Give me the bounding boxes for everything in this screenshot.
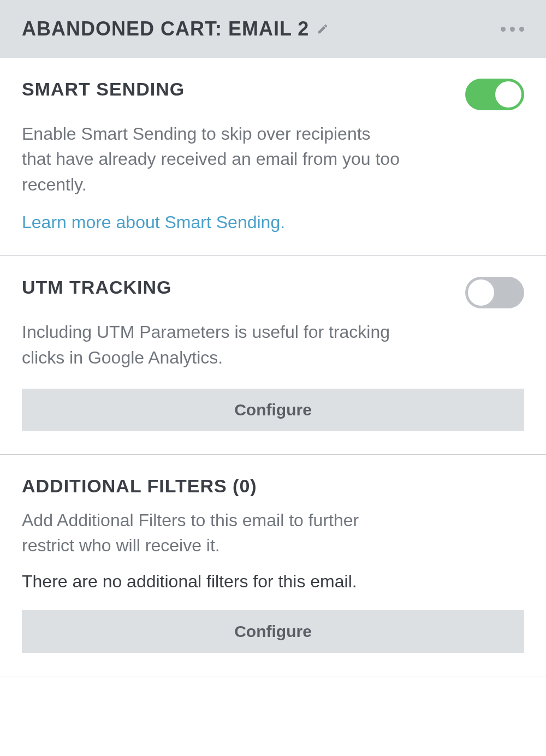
smart-sending-description: Enable Smart Sending to skip over recipi… [22, 121, 404, 197]
utm-tracking-toggle[interactable] [465, 277, 524, 308]
smart-sending-section: SMART SENDING Enable Smart Sending to sk… [0, 58, 546, 256]
additional-filters-section: ADDITIONAL FILTERS (0) Add Additional Fi… [0, 455, 546, 676]
smart-sending-header: SMART SENDING [22, 79, 524, 110]
smart-sending-toggle[interactable] [465, 79, 524, 110]
additional-filters-header: ADDITIONAL FILTERS (0) [22, 475, 524, 497]
more-options-icon[interactable] [501, 27, 524, 32]
additional-filters-title: ADDITIONAL FILTERS (0) [22, 475, 257, 497]
smart-sending-title: SMART SENDING [22, 79, 185, 100]
additional-filters-note: There are no additional filters for this… [22, 572, 524, 592]
utm-tracking-description: Including UTM Parameters is useful for t… [22, 319, 404, 370]
toggle-knob [495, 81, 521, 108]
smart-sending-learn-more-link[interactable]: Learn more about Smart Sending. [22, 212, 285, 233]
filters-configure-button[interactable]: Configure [22, 610, 524, 653]
toggle-knob [468, 279, 494, 306]
utm-configure-button[interactable]: Configure [22, 389, 524, 431]
page-header: ABANDONED CART: EMAIL 2 [0, 0, 546, 58]
edit-pencil-icon[interactable] [317, 23, 329, 35]
header-title-group: ABANDONED CART: EMAIL 2 [22, 17, 329, 40]
utm-tracking-title: UTM TRACKING [22, 277, 172, 298]
utm-tracking-header: UTM TRACKING [22, 277, 524, 308]
page-title: ABANDONED CART: EMAIL 2 [22, 17, 309, 40]
additional-filters-description: Add Additional Filters to this email to … [22, 508, 404, 558]
utm-tracking-section: UTM TRACKING Including UTM Parameters is… [0, 256, 546, 455]
